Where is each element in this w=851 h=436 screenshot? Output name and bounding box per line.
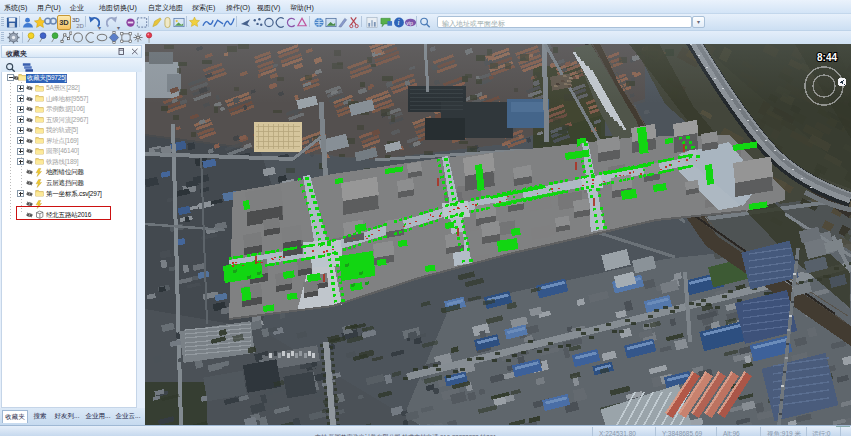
- svg-text:vip: vip: [406, 19, 413, 25]
- svg-text:i: i: [398, 18, 400, 27]
- svg-text:8:44: 8:44: [817, 52, 837, 63]
- svg-text:2D: 2D: [76, 23, 84, 29]
